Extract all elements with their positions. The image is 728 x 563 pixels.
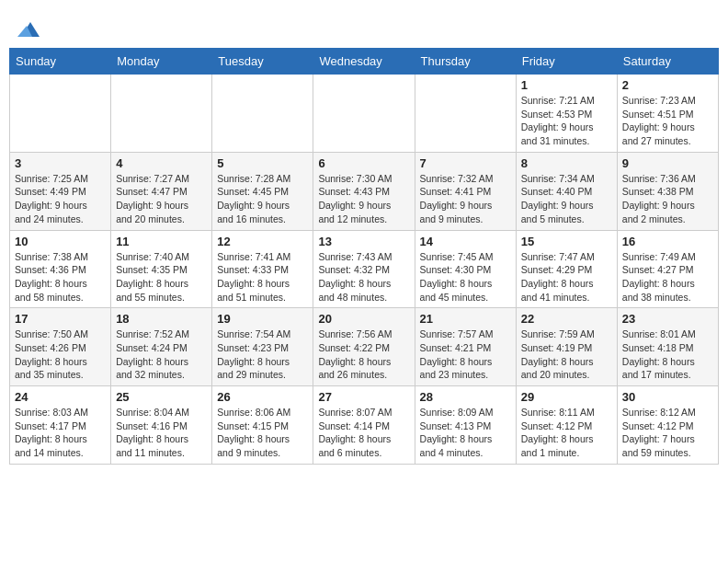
calendar-cell: 6Sunrise: 7:30 AMSunset: 4:43 PMDaylight… <box>313 152 415 230</box>
calendar-cell <box>415 75 516 153</box>
day-info: Sunrise: 7:52 AMSunset: 4:24 PMDaylight:… <box>116 327 207 382</box>
day-info: Sunrise: 7:32 AMSunset: 4:41 PMDaylight:… <box>420 172 511 226</box>
calendar-cell: 16Sunrise: 7:49 AMSunset: 4:27 PMDayligh… <box>617 230 718 308</box>
day-info: Sunrise: 8:11 AMSunset: 4:12 PMDaylight:… <box>521 406 612 460</box>
day-info: Sunrise: 7:25 AMSunset: 4:49 PMDaylight:… <box>15 172 106 226</box>
calendar-cell: 21Sunrise: 7:57 AMSunset: 4:21 PMDayligh… <box>415 308 516 386</box>
calendar-week-row: 1Sunrise: 7:21 AMSunset: 4:53 PMDaylight… <box>10 75 719 153</box>
day-number: 16 <box>622 235 713 248</box>
day-number: 6 <box>318 156 409 170</box>
calendar-cell: 2Sunrise: 7:23 AMSunset: 4:51 PMDaylight… <box>617 75 718 153</box>
weekday-header: Wednesday <box>313 49 415 75</box>
day-info: Sunrise: 7:49 AMSunset: 4:27 PMDaylight:… <box>622 250 713 304</box>
day-number: 15 <box>521 235 612 248</box>
calendar-cell: 12Sunrise: 7:41 AMSunset: 4:33 PMDayligh… <box>212 230 313 308</box>
weekday-header: Tuesday <box>212 49 313 75</box>
day-info: Sunrise: 7:59 AMSunset: 4:19 PMDaylight:… <box>521 327 612 382</box>
day-number: 5 <box>217 156 308 170</box>
day-number: 18 <box>116 312 207 326</box>
day-info: Sunrise: 7:34 AMSunset: 4:40 PMDaylight:… <box>521 172 612 226</box>
day-number: 17 <box>15 312 106 326</box>
day-number: 26 <box>217 390 308 404</box>
day-number: 4 <box>116 156 207 170</box>
day-info: Sunrise: 8:09 AMSunset: 4:13 PMDaylight:… <box>420 406 511 460</box>
day-info: Sunrise: 7:47 AMSunset: 4:29 PMDaylight:… <box>521 250 612 304</box>
day-info: Sunrise: 7:57 AMSunset: 4:21 PMDaylight:… <box>420 327 511 382</box>
weekday-header: Thursday <box>415 49 516 75</box>
calendar-cell: 5Sunrise: 7:28 AMSunset: 4:45 PMDaylight… <box>212 152 313 230</box>
day-number: 12 <box>217 235 308 248</box>
logo-icon <box>17 18 40 40</box>
day-number: 13 <box>318 235 409 248</box>
day-number: 3 <box>15 156 106 170</box>
calendar-week-row: 3Sunrise: 7:25 AMSunset: 4:49 PMDaylight… <box>10 152 719 230</box>
day-number: 30 <box>622 390 713 404</box>
day-info: Sunrise: 8:03 AMSunset: 4:17 PMDaylight:… <box>15 406 106 460</box>
calendar-week-row: 24Sunrise: 8:03 AMSunset: 4:17 PMDayligh… <box>10 386 719 465</box>
day-info: Sunrise: 7:27 AMSunset: 4:47 PMDaylight:… <box>116 172 207 226</box>
day-number: 11 <box>116 235 207 248</box>
day-info: Sunrise: 8:01 AMSunset: 4:18 PMDaylight:… <box>622 327 713 382</box>
day-info: Sunrise: 7:21 AMSunset: 4:53 PMDaylight:… <box>521 94 612 148</box>
day-number: 2 <box>622 78 713 92</box>
day-number: 9 <box>622 156 713 170</box>
calendar-week-row: 17Sunrise: 7:50 AMSunset: 4:26 PMDayligh… <box>10 308 719 386</box>
day-info: Sunrise: 7:45 AMSunset: 4:30 PMDaylight:… <box>420 250 511 304</box>
calendar-cell: 10Sunrise: 7:38 AMSunset: 4:36 PMDayligh… <box>10 230 111 308</box>
calendar-table: SundayMondayTuesdayWednesdayThursdayFrid… <box>9 48 719 465</box>
day-info: Sunrise: 7:23 AMSunset: 4:51 PMDaylight:… <box>622 94 713 148</box>
calendar-cell: 22Sunrise: 7:59 AMSunset: 4:19 PMDayligh… <box>516 308 617 386</box>
calendar-cell <box>313 75 415 153</box>
day-info: Sunrise: 8:04 AMSunset: 4:16 PMDaylight:… <box>116 406 207 460</box>
calendar-cell: 29Sunrise: 8:11 AMSunset: 4:12 PMDayligh… <box>516 386 617 465</box>
day-number: 25 <box>116 390 207 404</box>
calendar-cell: 9Sunrise: 7:36 AMSunset: 4:38 PMDaylight… <box>617 152 718 230</box>
day-info: Sunrise: 7:54 AMSunset: 4:23 PMDaylight:… <box>217 327 308 382</box>
day-info: Sunrise: 8:06 AMSunset: 4:15 PMDaylight:… <box>217 406 308 460</box>
calendar-cell: 13Sunrise: 7:43 AMSunset: 4:32 PMDayligh… <box>313 230 415 308</box>
weekday-header: Monday <box>111 49 212 75</box>
calendar-cell: 15Sunrise: 7:47 AMSunset: 4:29 PMDayligh… <box>516 230 617 308</box>
calendar-week-row: 10Sunrise: 7:38 AMSunset: 4:36 PMDayligh… <box>10 230 719 308</box>
day-number: 14 <box>420 235 511 248</box>
calendar-cell: 20Sunrise: 7:56 AMSunset: 4:22 PMDayligh… <box>313 308 415 386</box>
calendar-cell: 7Sunrise: 7:32 AMSunset: 4:41 PMDaylight… <box>415 152 516 230</box>
calendar-cell: 18Sunrise: 7:52 AMSunset: 4:24 PMDayligh… <box>111 308 212 386</box>
day-number: 22 <box>521 312 612 326</box>
day-info: Sunrise: 7:41 AMSunset: 4:33 PMDaylight:… <box>217 250 308 304</box>
logo <box>14 18 40 40</box>
calendar-cell: 30Sunrise: 8:12 AMSunset: 4:12 PMDayligh… <box>617 386 718 465</box>
calendar-cell: 23Sunrise: 8:01 AMSunset: 4:18 PMDayligh… <box>617 308 718 386</box>
day-info: Sunrise: 7:50 AMSunset: 4:26 PMDaylight:… <box>15 327 106 382</box>
day-number: 1 <box>521 78 612 92</box>
day-number: 8 <box>521 156 612 170</box>
day-info: Sunrise: 8:07 AMSunset: 4:14 PMDaylight:… <box>318 406 409 460</box>
day-number: 29 <box>521 390 612 404</box>
day-number: 21 <box>420 312 511 326</box>
calendar-cell: 4Sunrise: 7:27 AMSunset: 4:47 PMDaylight… <box>111 152 212 230</box>
calendar-cell: 3Sunrise: 7:25 AMSunset: 4:49 PMDaylight… <box>10 152 111 230</box>
day-number: 24 <box>15 390 106 404</box>
day-info: Sunrise: 7:38 AMSunset: 4:36 PMDaylight:… <box>15 250 106 304</box>
calendar-cell: 8Sunrise: 7:34 AMSunset: 4:40 PMDaylight… <box>516 152 617 230</box>
calendar-cell: 17Sunrise: 7:50 AMSunset: 4:26 PMDayligh… <box>10 308 111 386</box>
day-number: 19 <box>217 312 308 326</box>
day-number: 10 <box>15 235 106 248</box>
calendar-cell: 24Sunrise: 8:03 AMSunset: 4:17 PMDayligh… <box>10 386 111 465</box>
weekday-header: Sunday <box>10 49 111 75</box>
day-number: 7 <box>420 156 511 170</box>
calendar-cell: 1Sunrise: 7:21 AMSunset: 4:53 PMDaylight… <box>516 75 617 153</box>
day-number: 23 <box>622 312 713 326</box>
day-number: 27 <box>318 390 409 404</box>
day-info: Sunrise: 7:36 AMSunset: 4:38 PMDaylight:… <box>622 172 713 226</box>
day-number: 20 <box>318 312 409 326</box>
calendar-cell: 27Sunrise: 8:07 AMSunset: 4:14 PMDayligh… <box>313 386 415 465</box>
calendar-cell <box>212 75 313 153</box>
weekday-header: Saturday <box>617 49 718 75</box>
calendar-cell: 28Sunrise: 8:09 AMSunset: 4:13 PMDayligh… <box>415 386 516 465</box>
day-info: Sunrise: 7:30 AMSunset: 4:43 PMDaylight:… <box>318 172 409 226</box>
page-header <box>9 9 719 48</box>
day-info: Sunrise: 7:43 AMSunset: 4:32 PMDaylight:… <box>318 250 409 304</box>
day-info: Sunrise: 7:56 AMSunset: 4:22 PMDaylight:… <box>318 327 409 382</box>
calendar-cell: 26Sunrise: 8:06 AMSunset: 4:15 PMDayligh… <box>212 386 313 465</box>
